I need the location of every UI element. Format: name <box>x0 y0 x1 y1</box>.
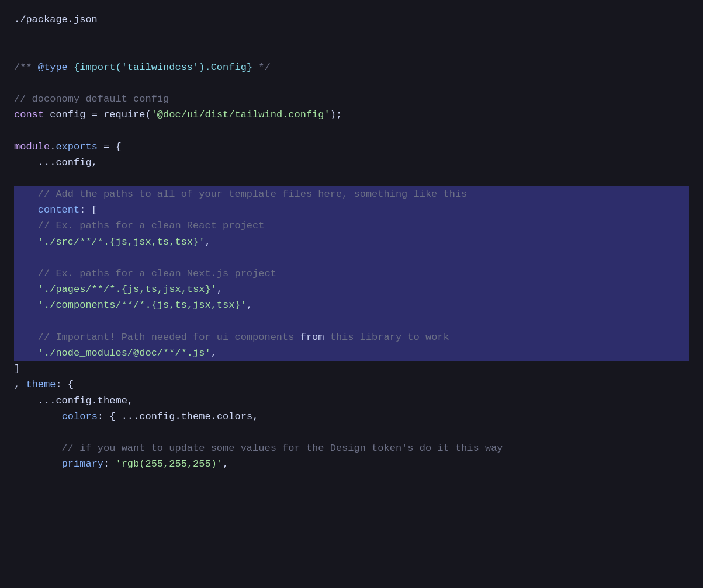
line-spread-config: ...config, <box>14 155 689 171</box>
line-empty-selected-1 <box>14 250 689 266</box>
line-empty-3 <box>14 75 689 91</box>
line-module-exports: module.exports = { <box>14 139 689 155</box>
line-components-path: './components/**/*.{js,ts,jsx,tsx}', <box>14 297 689 313</box>
line-comment-nextjs: // Ex. paths for a clean Next.js project <box>14 266 689 281</box>
line-empty-2 <box>14 43 689 59</box>
line-close-bracket: ] <box>14 361 689 377</box>
line-empty-4 <box>14 123 689 138</box>
line-const-config: const config = require('@doc/ui/dist/tai… <box>14 107 689 123</box>
line-colors: colors: { ...config.theme.colors, <box>14 409 689 425</box>
line-comment-react: // Ex. paths for a clean React project <box>14 218 689 234</box>
code-editor: ./package.json /** @type {import('tailwi… <box>0 0 703 588</box>
line-type-comment: /** @type {import('tailwindcss').Config}… <box>14 60 689 75</box>
line-comment-add-paths: // Add the paths to all of your template… <box>14 186 689 202</box>
line-comment-important: // Important! Path needed for ui compone… <box>14 329 689 345</box>
line-empty-selected-2 <box>14 314 689 329</box>
line-primary: primary: 'rgb(255,255,255)', <box>14 456 689 472</box>
line-empty-1 <box>14 27 689 43</box>
line-theme: , theme: { <box>14 377 689 392</box>
line-empty-6 <box>14 425 689 440</box>
line-src-path: './src/**/*.{js,jsx,ts,tsx}', <box>14 234 689 250</box>
line-pages-path: './pages/**/*.{js,ts,jsx,tsx}', <box>14 281 689 297</box>
line-comment-update: // if you want to update some values for… <box>14 440 689 456</box>
line-1: ./package.json <box>14 12 689 27</box>
line-node-modules-path: './node_modules/@doc/**/*.js', <box>14 345 689 361</box>
line-content-bracket: content: [​ <box>14 202 689 218</box>
line-comment-doconomy: // doconomy default config <box>14 91 689 107</box>
line-empty-5 <box>14 171 689 186</box>
line-spread-config-theme: ...config.theme, <box>14 393 689 409</box>
